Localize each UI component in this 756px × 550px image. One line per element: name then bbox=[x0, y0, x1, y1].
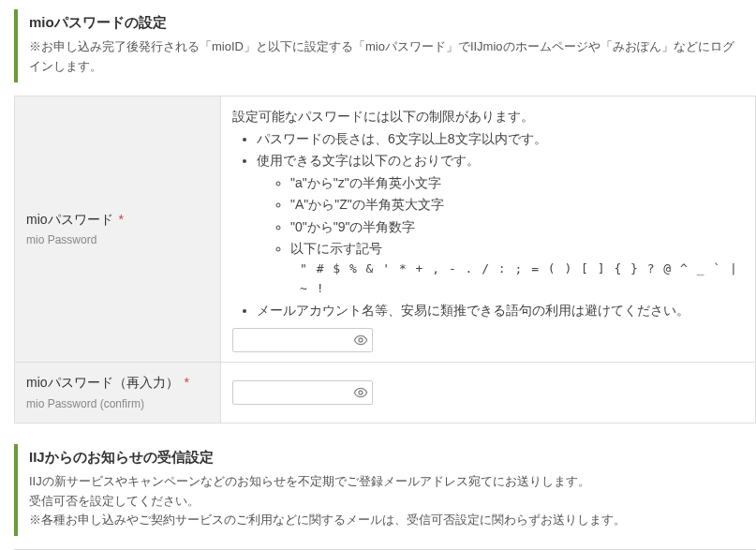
rule-length: パスワードの長さは、6文字以上8文字以内です。 bbox=[257, 128, 744, 149]
rules-intro: 設定可能なパスワードには以下の制限があります。 bbox=[232, 106, 744, 126]
required-mark: * bbox=[184, 375, 188, 390]
rule-chars: 使用できる文字は以下のとおりです。 "a"から"z"の半角英小文字 "A"から"… bbox=[257, 150, 744, 299]
rule-chars-intro: 使用できる文字は以下のとおりです。 bbox=[257, 153, 480, 168]
value-cell-mio-password-confirm bbox=[221, 363, 756, 424]
rule-easy: メールアカウント名等、安易に類推できる語句の利用は避けてください。 bbox=[257, 300, 744, 320]
rule-upper: "A"から"Z"の半角英大文字 bbox=[290, 194, 744, 215]
rule-lower: "a"から"z"の半角英小文字 bbox=[290, 172, 744, 193]
section-desc-news-1: IIJの新サービスやキャンペーンなどのお知らせを不定期でご登録メールアドレス宛て… bbox=[29, 472, 745, 492]
section-title-password: mioパスワードの設定 bbox=[29, 11, 745, 34]
label-sub-mio-password-confirm: mio Password (confirm) bbox=[26, 395, 209, 413]
password-confirm-input-wrap bbox=[232, 380, 373, 405]
password-input-wrap bbox=[232, 328, 373, 352]
rules-list: パスワードの長さは、6文字以上8文字以内です。 使用できる文字は以下のとおりです… bbox=[232, 128, 744, 320]
password-table: mioパスワード * mio Password 設定可能なパスワードには以下の制… bbox=[14, 96, 756, 424]
row-mio-password: mioパスワード * mio Password 設定可能なパスワードには以下の制… bbox=[15, 96, 756, 363]
section-header-news: IIJからのお知らせの受信設定 IIJの新サービスやキャンペーンなどのお知らせを… bbox=[14, 444, 756, 536]
label-cell-mio-password-confirm: mioパスワード（再入力） * mio Password (confirm) bbox=[15, 363, 221, 424]
section-header-password: mioパスワードの設定 ※お申し込み完了後発行される「mioID」と以下に設定す… bbox=[14, 9, 756, 82]
rule-symbols: " # $ % & ' * + , - . / : ; = ( ) [ ] { … bbox=[257, 260, 744, 299]
reveal-password-confirm-icon[interactable] bbox=[352, 384, 369, 401]
svg-point-1 bbox=[359, 391, 363, 394]
section-desc-news-3: ※各種お申し込みやご契約サービスのご利用などに関するメールは、受信可否設定に関わ… bbox=[29, 511, 745, 530]
reveal-password-icon[interactable] bbox=[352, 332, 369, 349]
rule-sym-intro: 以下に示す記号 bbox=[290, 238, 744, 259]
svg-point-0 bbox=[359, 338, 363, 342]
section-desc-password: ※お申し込み完了後発行される「mioID」と以下に設定する「mioパスワード」で… bbox=[29, 37, 745, 77]
label-sub-mio-password: mio Password bbox=[26, 231, 209, 249]
section-desc-news-2: 受信可否を設定してください。 bbox=[29, 492, 745, 512]
label-mio-password-confirm: mioパスワード（再入力） bbox=[26, 375, 179, 390]
label-cell-mio-password: mioパスワード * mio Password bbox=[15, 96, 221, 363]
label-mio-password: mioパスワード bbox=[26, 212, 113, 227]
rule-digit: "0"から"9"の半角数字 bbox=[290, 216, 744, 237]
required-mark: * bbox=[118, 212, 123, 227]
rule-chars-list: "a"から"z"の半角英小文字 "A"から"Z"の半角英大文字 "0"から"9"… bbox=[257, 172, 744, 260]
section-title-news: IIJからのお知らせの受信設定 bbox=[29, 446, 745, 468]
value-cell-mio-password: 設定可能なパスワードには以下の制限があります。 パスワードの長さは、6文字以上8… bbox=[221, 96, 756, 363]
row-mio-password-confirm: mioパスワード（再入力） * mio Password (confirm) bbox=[15, 363, 756, 424]
